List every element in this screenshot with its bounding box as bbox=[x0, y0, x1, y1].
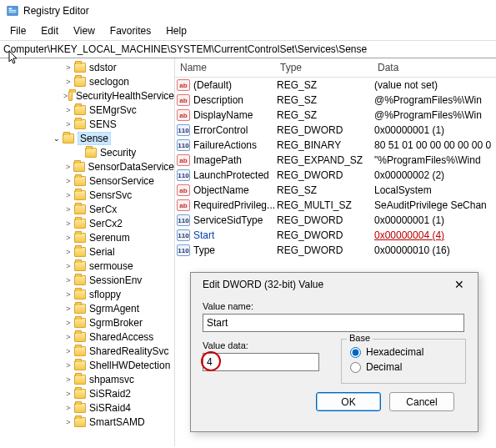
value-name: ServiceSidType bbox=[193, 214, 277, 226]
chevron-right-icon[interactable]: > bbox=[63, 262, 73, 270]
chevron-right-icon[interactable]: > bbox=[63, 177, 73, 185]
tree-view[interactable]: >sdstor>seclogon>SecurityHealthService>S… bbox=[0, 58, 175, 446]
value-row[interactable]: abDescriptionREG_SZ@%ProgramFiles%\Win bbox=[175, 93, 496, 108]
tree-item-sercx2[interactable]: >SerCx2 bbox=[2, 216, 174, 230]
folder-icon bbox=[74, 204, 86, 214]
value-name: RequiredPrivileg... bbox=[193, 199, 277, 211]
value-name-label: Value name: bbox=[203, 301, 466, 311]
tree-label: SensorService bbox=[89, 175, 154, 187]
chevron-right-icon[interactable]: > bbox=[63, 78, 73, 86]
binary-icon: 110 bbox=[177, 229, 190, 241]
tree-item-sisraid2[interactable]: >SiSRaid2 bbox=[2, 386, 174, 400]
tree-item-sermouse[interactable]: >sermouse bbox=[2, 259, 174, 273]
ok-button[interactable]: OK bbox=[316, 392, 381, 411]
tree-label: ShellHWDetection bbox=[89, 360, 170, 371]
tree-item-sharedrealitysvc[interactable]: >SharedRealitySvc bbox=[2, 344, 174, 358]
menu-view[interactable]: View bbox=[67, 23, 102, 38]
tree-item-serial[interactable]: >Serial bbox=[2, 244, 174, 259]
menu-favorites[interactable]: Favorites bbox=[103, 23, 158, 38]
close-icon[interactable]: ✕ bbox=[449, 278, 469, 291]
string-icon: ab bbox=[177, 199, 190, 211]
value-row[interactable]: 110TypeREG_DWORD0x00000010 (16) bbox=[175, 243, 496, 258]
folder-icon bbox=[74, 247, 86, 257]
tree-item-smartsamd[interactable]: >SmartSAMD bbox=[2, 415, 174, 429]
menu-edit[interactable]: Edit bbox=[34, 23, 65, 38]
tree-item-sdstor[interactable]: >sdstor bbox=[2, 60, 174, 74]
tree-label: SharedRealitySvc bbox=[89, 345, 168, 357]
chevron-right-icon[interactable]: > bbox=[63, 347, 73, 355]
value-name: ImagePath bbox=[193, 154, 277, 166]
chevron-right-icon[interactable]: > bbox=[63, 120, 73, 128]
cancel-button[interactable]: Cancel bbox=[389, 392, 454, 411]
chevron-right-icon[interactable]: > bbox=[63, 219, 73, 228]
chevron-right-icon[interactable]: > bbox=[63, 163, 73, 171]
dialog-titlebar[interactable]: Edit DWORD (32-bit) Value ✕ bbox=[191, 273, 478, 294]
folder-icon bbox=[74, 275, 86, 285]
col-type[interactable]: Type bbox=[275, 58, 373, 77]
tree-item-sisraid4[interactable]: >SiSRaid4 bbox=[2, 400, 174, 415]
tree-item-sensordataservice[interactable]: >SensorDataService bbox=[2, 159, 174, 174]
chevron-right-icon[interactable]: > bbox=[63, 333, 73, 341]
chevron-right-icon[interactable]: > bbox=[63, 234, 73, 242]
address-input[interactable] bbox=[3, 43, 493, 55]
col-name[interactable]: Name bbox=[175, 58, 275, 77]
chevron-right-icon[interactable]: > bbox=[63, 191, 73, 199]
value-row[interactable]: 110ServiceSidTypeREG_DWORD0x00000001 (1) bbox=[175, 213, 496, 228]
value-row[interactable]: abRequiredPrivileg...REG_MULTI_SZSeAudit… bbox=[175, 198, 496, 213]
chevron-right-icon[interactable]: > bbox=[63, 106, 73, 114]
value-type: REG_SZ bbox=[277, 94, 374, 106]
chevron-right-icon[interactable]: > bbox=[63, 305, 73, 313]
menu-file[interactable]: File bbox=[3, 23, 33, 38]
tree-item-security[interactable]: Security bbox=[2, 145, 174, 159]
value-name: LaunchProtected bbox=[193, 169, 277, 181]
chevron-right-icon[interactable]: > bbox=[63, 276, 73, 284]
chevron-right-icon[interactable]: > bbox=[63, 390, 73, 398]
tree-label: SENS bbox=[89, 118, 117, 130]
tree-item-sensrsvc[interactable]: >SensrSvc bbox=[2, 188, 174, 202]
tree-item-semgrsvc[interactable]: >SEMgrSvc bbox=[2, 103, 174, 117]
value-row[interactable]: abObjectNameREG_SZLocalSystem bbox=[175, 183, 496, 198]
tree-item-sessionenv[interactable]: >SessionEnv bbox=[2, 273, 174, 287]
tree-item-sercx[interactable]: >SerCx bbox=[2, 202, 174, 216]
folder-icon bbox=[74, 318, 86, 328]
base-legend: Base bbox=[347, 333, 373, 343]
chevron-right-icon[interactable]: > bbox=[63, 92, 68, 100]
col-data[interactable]: Data bbox=[373, 58, 496, 77]
value-row[interactable]: abImagePathREG_EXPAND_SZ"%ProgramFiles%\… bbox=[175, 153, 496, 168]
tree-item-serenum[interactable]: >Serenum bbox=[2, 230, 174, 244]
tree-item-securityhealthservice[interactable]: >SecurityHealthService bbox=[2, 88, 174, 103]
value-name: ErrorControl bbox=[193, 124, 277, 136]
chevron-right-icon[interactable]: > bbox=[63, 418, 73, 426]
chevron-right-icon[interactable]: > bbox=[63, 361, 73, 370]
tree-item-sensorservice[interactable]: >SensorService bbox=[2, 174, 174, 188]
chevron-right-icon[interactable]: > bbox=[63, 290, 73, 299]
value-row[interactable]: abDisplayNameREG_SZ@%ProgramFiles%\Win bbox=[175, 108, 496, 123]
tree-item-sgrmagent[interactable]: >SgrmAgent bbox=[2, 301, 174, 315]
value-row[interactable]: 110StartREG_DWORD0x00000004 (4) bbox=[175, 228, 496, 243]
radio-dec[interactable]: Decimal bbox=[350, 361, 457, 373]
tree-item-shpamsvc[interactable]: >shpamsvc bbox=[2, 372, 174, 386]
value-row[interactable]: ab(Default)REG_SZ(value not set) bbox=[175, 78, 496, 93]
radio-hex[interactable]: Hexadecimal bbox=[350, 346, 457, 358]
tree-item-sense[interactable]: ⌄Sense bbox=[2, 131, 174, 145]
menu-help[interactable]: Help bbox=[159, 23, 193, 38]
chevron-right-icon[interactable]: > bbox=[63, 404, 73, 412]
tree-item-shellhwdetection[interactable]: >ShellHWDetection bbox=[2, 358, 174, 372]
value-name-field[interactable] bbox=[203, 314, 464, 332]
value-row[interactable]: 110FailureActionsREG_BINARY80 51 01 00 0… bbox=[175, 138, 496, 153]
chevron-right-icon[interactable]: > bbox=[63, 375, 73, 384]
tree-item-sgrmbroker[interactable]: >SgrmBroker bbox=[2, 315, 174, 330]
value-row[interactable]: 110ErrorControlREG_DWORD0x00000001 (1) bbox=[175, 123, 496, 138]
chevron-right-icon[interactable]: > bbox=[63, 205, 73, 214]
chevron-right-icon[interactable]: > bbox=[63, 63, 73, 72]
tree-item-seclogon[interactable]: >seclogon bbox=[2, 74, 174, 88]
chevron-down-icon[interactable]: ⌄ bbox=[52, 134, 62, 143]
tree-item-sharedaccess[interactable]: >SharedAccess bbox=[2, 330, 174, 344]
value-row[interactable]: 110LaunchProtectedREG_DWORD0x00000002 (2… bbox=[175, 168, 496, 183]
chevron-right-icon[interactable]: > bbox=[63, 319, 73, 327]
tree-item-sens[interactable]: >SENS bbox=[2, 117, 174, 131]
chevron-right-icon[interactable]: > bbox=[63, 248, 73, 256]
tree-item-sfloppy[interactable]: >sfloppy bbox=[2, 287, 174, 301]
tree-label: seclogon bbox=[89, 76, 129, 88]
value-data-field[interactable] bbox=[203, 353, 319, 371]
